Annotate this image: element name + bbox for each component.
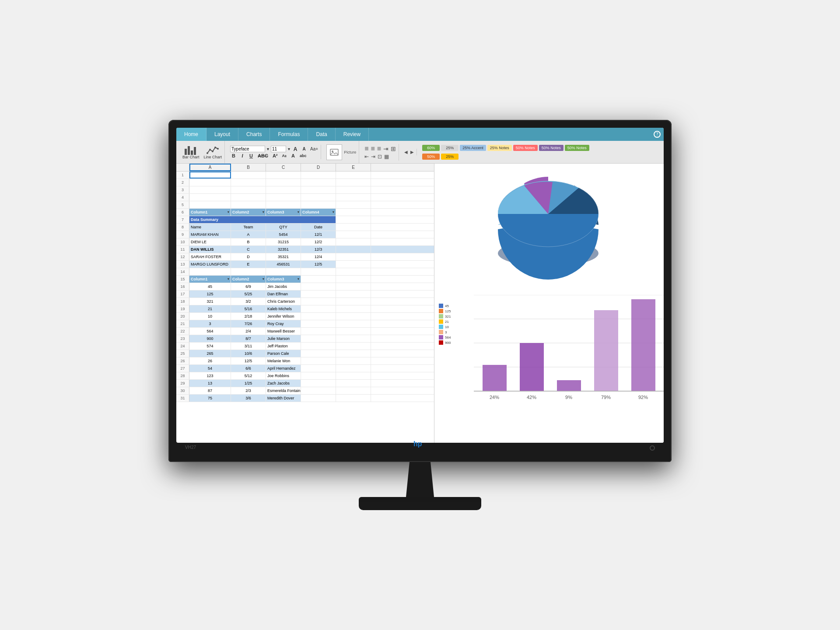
borders-icon[interactable]: ⊡ [378,154,382,160]
indent-left-icon[interactable]: ⇤ [364,154,369,160]
font-family-input[interactable] [230,146,265,152]
svg-text:9%: 9% [565,395,572,400]
table-row: 12 SARAH FOSTER D 35321 12/4 [176,253,434,261]
cell-team-5[interactable]: E [231,261,266,268]
monitor-neck [402,462,438,497]
line-chart-button[interactable]: Line Chart [204,145,222,159]
cell-date-3[interactable]: 12/3 [301,246,336,253]
table1-col3-header[interactable]: Column3 ▾ [266,209,301,216]
col-name: Name [189,224,231,231]
underline-button[interactable]: U [248,153,255,158]
italic-button[interactable]: I [239,153,246,158]
theme-colors-group: 60% 25% 25% Accent 25% Notes 50% Notes 5… [420,145,603,160]
cell-qty-5[interactable]: 456531 [266,261,301,268]
theme-badge-0[interactable]: 60% [422,145,440,151]
table1-col4-header[interactable]: Column4 ▾ [301,209,336,216]
table2-col1-header[interactable]: Column1 ▾ [189,276,231,283]
align-left-icon[interactable]: ≡ [364,145,368,153]
table-row: 29 13 1/25 Zach Jacobs [176,380,434,387]
svg-rect-17 [520,343,544,391]
monitor-bezel: Home Layout Charts Formulas Data Review [168,120,672,462]
align-right-icon[interactable]: ≡ [377,145,381,153]
cell-team-2[interactable]: B [231,238,266,245]
prev-arrow[interactable]: ◀ [403,149,409,155]
bar-chart-button[interactable]: Bar Chart [182,145,200,159]
font-decrease-button[interactable]: A [301,147,308,151]
theme-badge-3[interactable]: 25% Notes [487,145,512,151]
font-size-input[interactable] [271,146,286,152]
fill-color-icon[interactable]: ▦ [384,154,389,160]
tab-data[interactable]: Data [308,128,335,141]
tab-formulas[interactable]: Formulas [270,128,308,141]
font-increase-button[interactable]: A [292,146,299,152]
cell-qty-2[interactable]: 31215 [266,238,301,245]
table1-col2-header[interactable]: Column2 ▾ [231,209,266,216]
cell-qty-1[interactable]: 5454 [266,231,301,238]
theme-badge-7[interactable]: 50% [422,154,440,160]
svg-rect-21 [594,310,618,391]
cell-name-3[interactable]: DAN WILLIS [189,246,231,253]
theme-badge-5[interactable]: 50% Notes [539,145,564,151]
merge-cells-icon[interactable]: ⊞ [391,145,396,152]
cell-name-1[interactable]: MARIAM KHAN [189,231,231,238]
indent-right-icon[interactable]: ⇥ [371,154,375,160]
wrap-text-icon[interactable]: ⇥ [383,145,388,152]
tab-charts[interactable]: Charts [238,128,270,141]
cell-date-4[interactable]: 12/4 [301,253,336,260]
svg-point-4 [217,148,219,150]
cell-team-4[interactable]: D [231,253,266,260]
cell-team-1[interactable]: A [231,231,266,238]
font-color-clear-button[interactable]: abc [298,154,308,158]
subscript-button[interactable]: A₂ [281,154,288,158]
picture-button[interactable] [326,144,342,160]
superscript-button[interactable]: A² [271,153,279,158]
theme-badge-6[interactable]: 50% Notes [565,145,589,151]
font-color-button[interactable]: A [290,153,297,158]
chart-tools-group: Bar Chart Line Chart [180,141,225,163]
col-header-e[interactable]: E [336,164,371,171]
cell-name-5[interactable]: MARGO LUNSFORD [189,261,231,268]
sheet-right: 45 125 321 [434,164,664,443]
table2-col3-header[interactable]: Column3 ▾ [266,276,301,283]
cell-date-2[interactable]: 12/2 [301,238,336,245]
col-qty: QTY [266,224,301,231]
align-center-icon[interactable]: ≡ [371,145,374,153]
theme-badge-8[interactable]: 25% [441,154,458,160]
data-summary-header: Data Summary [189,216,336,223]
tab-home[interactable]: Home [176,128,206,141]
cell-name-4[interactable]: SARAH FOSTER [189,253,231,260]
cell-team-3[interactable]: C [231,246,266,253]
strikethrough-button[interactable]: ABC [256,153,270,158]
cell-qty-4[interactable]: 35321 [266,253,301,260]
grid-rows: 1 2 3 4 5 6 Column1 ▾ Column2 ▾ Column3 … [176,172,434,443]
cell-date-5[interactable]: 12/5 [301,261,336,268]
next-arrow[interactable]: ▶ [410,149,415,155]
cell-date-1[interactable]: 12/1 [301,231,336,238]
bezel-bottom: VH27 hp [176,443,664,452]
theme-badge-4[interactable]: 50% Notes [513,145,538,151]
power-button[interactable] [650,445,655,451]
cell-qty-3[interactable]: 32351 [266,246,301,253]
col-header-a[interactable]: A [189,164,231,171]
svg-text:92%: 92% [638,395,648,400]
bold-button[interactable]: B [230,153,237,158]
table-row: 20 10 2/18 Jennifer Wilson [176,313,434,320]
theme-badge-1[interactable]: 25% [441,145,458,151]
svg-rect-23 [631,299,655,391]
ribbon-help-icon[interactable] [651,128,664,141]
theme-badge-2[interactable]: 25% Accent [460,145,486,151]
col-header-d[interactable]: D [301,164,336,171]
col-header-b[interactable]: B [231,164,266,171]
ribbon-tabs: Home Layout Charts Formulas Data Review [176,128,664,141]
table2-col2-header[interactable]: Column2 ▾ [231,276,266,283]
svg-text:24%: 24% [490,395,499,400]
svg-rect-19 [557,380,581,391]
table-row: 8 Name Team QTY Date [176,224,434,231]
tab-layout[interactable]: Layout [206,128,238,141]
tab-review[interactable]: Review [336,128,369,141]
table-row: 18 321 3/2 Chris Carterson [176,298,434,305]
cell-name-2[interactable]: DIEM LE [189,238,231,245]
table1-col1-header[interactable]: Column1 ▾ [189,209,231,216]
col-header-c[interactable]: C [266,164,301,171]
svg-text:79%: 79% [601,395,611,400]
